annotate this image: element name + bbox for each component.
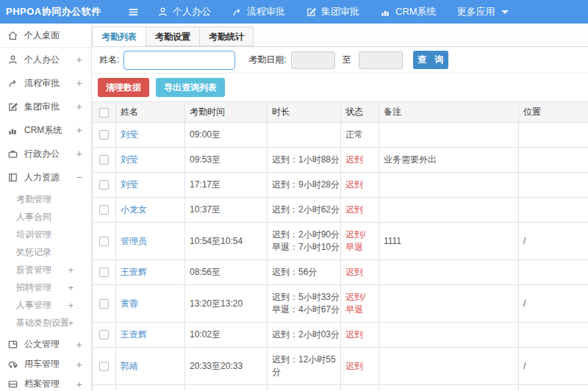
bar-chart-icon	[380, 7, 391, 18]
note-cell	[379, 323, 519, 348]
status-cell: 迟到	[341, 348, 379, 385]
status-cell: 迟到	[341, 198, 379, 223]
row-checkbox[interactable]	[99, 180, 109, 190]
location-cell	[519, 148, 588, 173]
user-icon	[157, 7, 168, 18]
expand-toggle[interactable]: +	[76, 359, 82, 370]
sidebar-item-personal-office[interactable]: 个人办公 +	[0, 48, 91, 71]
submenu-item-recruitment-management[interactable]: 招聘管理 +	[0, 279, 91, 296]
table-row: 黄蓉 20:32至20:32 迟到：12小时53 分 迟到 /	[93, 385, 588, 391]
sidebar-item-crm-system[interactable]: CRM系统 +	[0, 118, 91, 142]
row-checkbox[interactable]	[99, 362, 109, 371]
tab-attendance-statistics[interactable]: 考勤统计	[200, 26, 254, 46]
employee-name-link[interactable]: 管理员	[121, 236, 147, 246]
expand-toggle[interactable]: +	[76, 54, 82, 65]
note-cell	[379, 260, 519, 285]
location-cell	[519, 323, 588, 348]
submenu-item-personnel-contract[interactable]: 人事合同	[0, 208, 91, 226]
nav-group-approval[interactable]: 集团审批	[306, 5, 359, 18]
sidebar-item-vehicle-management[interactable]: 用车管理 +	[0, 354, 91, 374]
nav-crm-system[interactable]: CRM系统	[380, 5, 437, 18]
submenu-item-salary-management[interactable]: 薪资管理 +	[0, 261, 91, 279]
expand-toggle[interactable]: +	[76, 148, 82, 159]
attendance-table: 姓名 考勤时间 时长 状态 备注 位置 刘莹 09:00至 正常	[92, 101, 588, 391]
home-icon	[7, 30, 18, 41]
expand-toggle[interactable]: +	[76, 339, 82, 351]
employee-name-link[interactable]: 王壹辉	[121, 329, 147, 340]
date-range-separator: 至	[343, 54, 351, 66]
date-from-input[interactable]	[291, 51, 335, 69]
edit-icon	[7, 101, 18, 112]
submenu-item-label: 招聘管理	[16, 281, 51, 294]
submenu-item-base-category-settings[interactable]: 基础类别设置 +	[0, 314, 91, 331]
attendance-time-cell: 10:37至	[185, 198, 268, 223]
sidebar-item-workflow-approval[interactable]: 流程审批 +	[0, 71, 91, 95]
name-filter-label: 姓名:	[99, 54, 119, 66]
nav-label: 流程审批	[247, 5, 285, 18]
main-content: 考勤列表 考勤设置 考勤统计 姓名: 考勤日期: 至 查 询 清理数据 导出查询…	[92, 24, 588, 391]
row-checkbox[interactable]	[99, 155, 109, 165]
submenu-item-label: 人事合同	[16, 211, 51, 223]
hamburger-menu-icon[interactable]	[125, 4, 141, 20]
employee-name-link[interactable]: 刘莹	[121, 179, 138, 190]
row-checkbox[interactable]	[99, 268, 109, 277]
attendance-time-cell: 20:33至20:33	[185, 348, 268, 385]
submenu-item-reward-punishment[interactable]: 奖惩记录	[0, 243, 91, 261]
tab-attendance-settings[interactable]: 考勤设置	[146, 26, 200, 46]
submenu-item-training-management[interactable]: 培训管理	[0, 226, 91, 243]
row-checkbox[interactable]	[99, 205, 109, 215]
row-checkbox[interactable]	[99, 130, 109, 140]
date-to-input[interactable]	[359, 51, 403, 69]
sidebar-item-label: 集团审批	[24, 101, 60, 113]
location-cell	[519, 123, 588, 148]
sidebar-item-admin-office[interactable]: 行政办公 +	[0, 142, 91, 165]
row-checkbox[interactable]	[99, 237, 109, 246]
expand-toggle[interactable]: −	[76, 171, 82, 183]
submenu-item-attendance-management[interactable]: 考勤管理	[0, 190, 91, 208]
expand-toggle[interactable]: +	[76, 379, 82, 390]
employee-name-link[interactable]: 黄蓉	[121, 298, 138, 309]
sidebar-item-human-resources[interactable]: 人力资源 −	[0, 165, 91, 189]
expand-toggle[interactable]: +	[68, 300, 74, 311]
location-cell	[519, 198, 588, 223]
note-cell: 业务需要外出	[379, 148, 519, 173]
table-row: 刘莹 09:53至 迟到：1小时88分 迟到 业务需要外出	[93, 148, 588, 173]
submenu-item-label: 考勤管理	[16, 193, 51, 206]
row-checkbox[interactable]	[99, 330, 109, 340]
expand-toggle[interactable]: +	[68, 265, 74, 276]
export-list-button[interactable]: 导出查询列表	[156, 78, 225, 97]
expand-toggle[interactable]: +	[68, 318, 74, 329]
duration-cell: 迟到：12小时55 分	[268, 348, 341, 385]
sidebar-item-group-approval[interactable]: 集团审批 +	[0, 95, 91, 118]
tab-attendance-list[interactable]: 考勤列表	[92, 26, 146, 46]
submenu-item-personnel-management[interactable]: 人事管理 +	[0, 296, 91, 314]
expand-toggle[interactable]: +	[76, 77, 82, 89]
row-checkbox[interactable]	[99, 299, 109, 309]
nav-more-apps[interactable]: 更多应用	[457, 5, 509, 18]
nav-personal-office[interactable]: 个人办公	[157, 5, 211, 18]
expand-toggle[interactable]: +	[76, 101, 82, 112]
employee-name-link[interactable]: 刘莹	[121, 154, 138, 165]
sidebar: 个人桌面 个人办公 + 流程审批 + 集团审批 +	[0, 24, 92, 391]
employee-name-link[interactable]: 刘莹	[121, 129, 138, 140]
table-row: 小龙女 10:37至 迟到：2小时62分 迟到	[93, 198, 588, 223]
employee-name-link[interactable]: 小龙女	[121, 204, 147, 215]
table-row: 王壹辉 08:56至 迟到：56分 迟到	[93, 260, 588, 285]
location-cell	[519, 173, 588, 198]
search-button[interactable]: 查 询	[413, 51, 448, 69]
employee-name-link[interactable]: 王壹辉	[121, 267, 147, 277]
status-cell: 迟到	[341, 173, 379, 198]
sidebar-item-personal-desktop[interactable]: 个人桌面	[0, 24, 91, 48]
nav-workflow-approval[interactable]: 流程审批	[232, 5, 285, 18]
expand-toggle[interactable]: +	[76, 124, 82, 136]
select-all-checkbox[interactable]	[99, 108, 109, 118]
app-window: PHPOA协同办公软件 个人办公 流程审批 集团审批	[0, 0, 588, 391]
name-filter-input[interactable]	[123, 51, 235, 70]
clean-data-button[interactable]: 清理数据	[98, 78, 149, 97]
expand-toggle[interactable]: +	[68, 282, 74, 293]
employee-name-link[interactable]: 郭靖	[121, 361, 138, 371]
document-icon	[7, 339, 18, 350]
sidebar-item-archive-management[interactable]: 档案管理 +	[0, 374, 91, 391]
status-cell: 迟到/早退	[341, 285, 379, 323]
sidebar-item-document-management[interactable]: 公文管理 +	[0, 334, 91, 354]
